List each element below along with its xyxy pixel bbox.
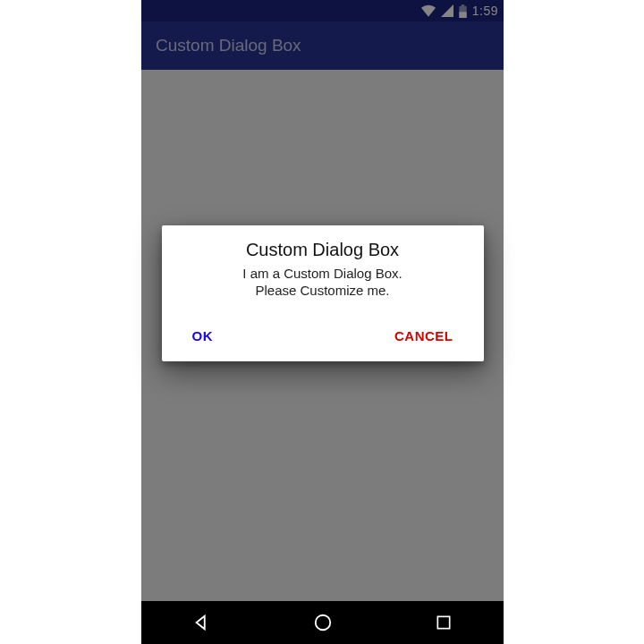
wifi-icon — [421, 4, 436, 17]
recents-icon — [435, 614, 453, 631]
status-bar: 1:59 — [141, 0, 504, 21]
ok-button[interactable]: OK — [192, 323, 214, 349]
nav-recents-button[interactable] — [408, 610, 479, 635]
back-icon — [192, 613, 212, 632]
home-icon — [313, 613, 333, 632]
svg-rect-2 — [437, 616, 449, 628]
nav-home-button[interactable] — [286, 609, 360, 636]
status-clock: 1:59 — [472, 4, 498, 18]
cellular-signal-icon — [441, 4, 453, 17]
dialog-message: I am a Custom Dialog Box. Please Customi… — [162, 266, 484, 300]
app-bar-title: Custom Dialog Box — [156, 36, 301, 55]
dialog-title: Custom Dialog Box — [162, 240, 484, 260]
cancel-button[interactable]: CANCEL — [394, 323, 453, 349]
svg-point-1 — [316, 615, 331, 631]
custom-dialog: Custom Dialog Box I am a Custom Dialog B… — [162, 225, 484, 361]
nav-back-button[interactable] — [165, 609, 239, 636]
app-content: Custom Dialog Box I am a Custom Dialog B… — [141, 70, 504, 601]
app-bar: Custom Dialog Box — [141, 21, 504, 70]
battery-icon — [459, 4, 467, 18]
dialog-actions: OK CANCEL — [162, 323, 484, 351]
svg-rect-0 — [459, 12, 466, 18]
navigation-bar — [141, 601, 504, 644]
device-frame: 1:59 Custom Dialog Box Custom Dialog Box… — [141, 0, 504, 644]
